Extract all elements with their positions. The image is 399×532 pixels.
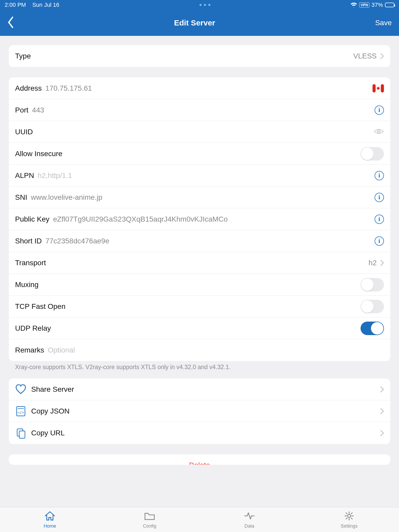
tab-config[interactable]: Config (100, 511, 200, 529)
svg-point-0 (200, 4, 202, 6)
allow-insecure-row: Allow Insecure (9, 143, 390, 165)
tab-home[interactable]: Home (0, 511, 100, 529)
status-bar: 2:00 PM Sun Jul 16 VPN 37% (0, 0, 399, 10)
battery-percent: 37% (371, 2, 383, 8)
nav-bar: Edit Server Save (0, 10, 399, 36)
transport-row[interactable]: Transport h2 (9, 252, 390, 274)
chevron-right-icon (380, 53, 384, 59)
short-id-label: Short ID (15, 237, 42, 245)
short-id-row[interactable]: Short ID 77c2358dc476ae9e i (9, 230, 390, 252)
info-icon[interactable]: i (375, 215, 384, 224)
copy-json-row[interactable]: </> Copy JSON (9, 400, 390, 422)
udp-relay-label: UDP Relay (15, 324, 51, 332)
eye-icon[interactable] (374, 128, 384, 136)
svg-text:</>: </> (17, 410, 24, 415)
muxing-row: Muxing (9, 274, 390, 296)
tab-data-label: Data (244, 523, 254, 529)
info-icon[interactable]: i (375, 105, 384, 115)
back-button[interactable] (7, 17, 14, 29)
tab-bar: Home Config Data Settings (0, 507, 399, 532)
svg-rect-9 (19, 431, 25, 438)
info-icon[interactable]: i (375, 236, 384, 246)
tab-settings-label: Settings (341, 523, 357, 529)
vpn-badge: VPN (359, 2, 369, 8)
udp-relay-row: UDP Relay (9, 317, 390, 339)
delete-card[interactable]: Delete (9, 454, 390, 465)
copy-icon (15, 427, 26, 439)
alpn-row[interactable]: ALPN h2,http/1.1 i (9, 165, 390, 187)
copy-url-label: Copy URL (31, 429, 380, 437)
chevron-right-icon (380, 260, 384, 266)
public-key-label: Public Key (15, 215, 49, 223)
canada-flag-icon (373, 84, 384, 92)
uuid-row[interactable]: UUID (9, 121, 390, 143)
transport-label: Transport (15, 259, 46, 267)
svg-point-4 (378, 131, 380, 132)
address-label: Address (15, 84, 42, 92)
muxing-toggle[interactable] (361, 278, 384, 291)
address-row[interactable]: Address 170.75.175.61 (9, 77, 390, 99)
info-icon[interactable]: i (375, 171, 384, 180)
type-value: VLESS (353, 52, 377, 60)
multitasking-dots-icon (198, 4, 211, 6)
gear-icon (343, 511, 355, 522)
remarks-placeholder: Optional (48, 346, 75, 354)
server-fields-card: Address 170.75.175.61 Port 443 i UUID Al… (9, 77, 390, 361)
battery-icon (385, 3, 394, 7)
save-button[interactable]: Save (375, 19, 392, 27)
uuid-label: UUID (15, 128, 33, 136)
actions-card: Share Server </> Copy JSON Copy URL (9, 378, 390, 444)
svg-point-2 (208, 4, 210, 6)
tcp-fast-open-row: TCP Fast Open (9, 296, 390, 317)
chevron-right-icon (380, 386, 384, 393)
tab-home-label: Home (44, 523, 56, 529)
allow-insecure-label: Allow Insecure (15, 150, 62, 158)
short-id-value: 77c2358dc476ae9e (45, 237, 109, 245)
chevron-right-icon (380, 408, 384, 414)
status-time: 2:00 PM (5, 2, 26, 8)
status-date: Sun Jul 16 (32, 2, 59, 8)
delete-label: Delete (189, 461, 210, 465)
muxing-label: Muxing (15, 281, 38, 289)
copy-json-label: Copy JSON (31, 407, 380, 415)
share-server-label: Share Server (31, 385, 380, 394)
tcp-fast-open-toggle[interactable] (361, 300, 384, 313)
sni-row[interactable]: SNI www.lovelive-anime.jp i (9, 187, 390, 208)
chevron-right-icon (380, 430, 384, 436)
tcp-fast-open-label: TCP Fast Open (15, 302, 65, 311)
sni-value: www.lovelive-anime.jp (31, 193, 102, 202)
port-row[interactable]: Port 443 i (9, 99, 390, 121)
copy-url-row[interactable]: Copy URL (9, 422, 390, 444)
remarks-row[interactable]: Remarks Optional (9, 339, 390, 361)
udp-relay-toggle[interactable] (361, 322, 384, 335)
public-key-row[interactable]: Public Key eZfl07Tg9UII29GaS23QXqB15aqrJ… (9, 208, 390, 230)
heart-icon (15, 384, 26, 395)
info-icon[interactable]: i (375, 193, 384, 202)
alpn-label: ALPN (15, 171, 34, 180)
home-icon (44, 511, 56, 522)
page-title: Edit Server (174, 18, 215, 27)
transport-value: h2 (369, 259, 377, 267)
share-server-row[interactable]: Share Server (9, 378, 390, 400)
remarks-label: Remarks (15, 346, 44, 354)
folder-icon (144, 511, 155, 522)
footer-note: Xray-core supports XTLS. V2ray-core supp… (9, 364, 390, 378)
alpn-placeholder: h2,http/1.1 (38, 171, 72, 180)
allow-insecure-toggle[interactable] (361, 147, 384, 161)
wifi-icon (350, 2, 357, 8)
svg-point-1 (204, 4, 206, 6)
tab-data[interactable]: Data (200, 511, 299, 529)
port-value: 443 (32, 106, 44, 114)
public-key-value: eZfl07Tg9UII29GaS23QXqB15aqrJ4Khm0vKJIca… (53, 215, 228, 223)
type-row[interactable]: Type VLESS (9, 45, 390, 67)
type-card: Type VLESS (9, 45, 390, 67)
address-value: 170.75.175.61 (45, 84, 92, 92)
sni-label: SNI (15, 193, 27, 202)
svg-point-10 (348, 514, 351, 517)
json-file-icon: </> (15, 405, 26, 417)
type-label: Type (15, 52, 31, 60)
port-label: Port (15, 106, 28, 114)
activity-icon (244, 511, 255, 522)
tab-settings[interactable]: Settings (299, 511, 399, 529)
tab-config-label: Config (143, 523, 156, 529)
